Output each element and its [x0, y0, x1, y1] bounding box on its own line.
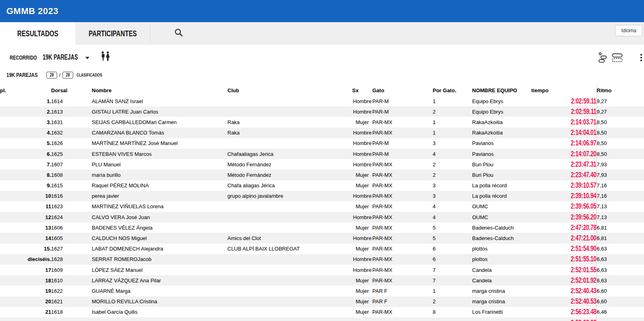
cell-porgato: 1 [433, 286, 472, 296]
result-row[interactable]: 141605CALDUCH NOS MiguelAmics del ClotHo… [0, 233, 644, 243]
cell-nombre: CALVO VERA José Juan [92, 212, 227, 222]
cell-porgato: 4 [433, 149, 472, 159]
result-row[interactable]: 2.1613GISTAU LATRE Juan CarlosHombrePAR-… [0, 106, 644, 117]
cell-pl: 8. [0, 170, 51, 180]
finished-count-badge: 28 [46, 72, 57, 79]
cell-porgato: 5 [433, 222, 472, 233]
results-table: pl.DorsalNombreClubSxGatoPor Gato.NOMBRE… [0, 85, 644, 321]
result-row[interactable]: 181610LARRAZ VÁZQUEZ Ana PilarMujerPAR-M… [0, 275, 644, 286]
cell-club [227, 265, 352, 275]
result-row[interactable]: 131606BADENES VÉLEZ ÁngelaMujerPAR-MX5Ba… [0, 222, 644, 233]
cell-ritmo: 6,60 [597, 286, 644, 296]
cell-sx: Hombre [352, 254, 372, 265]
result-row[interactable]: 201621MORILLO REVILLA CristinaMujerPAR F… [0, 296, 644, 307]
finish-time: 2:47:21.00 [571, 234, 597, 242]
result-row[interactable]: 9.1615Raquel PÉREZ MOLINAChafa aliagas J… [0, 180, 644, 191]
result-row[interactable]: 5.1626MARTÍNEZ MARTÍNEZ José ManuelHombr… [0, 138, 644, 149]
result-row[interactable]: 191622GUARNÉ MargaMujerPAR F1marga crist… [0, 286, 644, 296]
result-row[interactable]: 101616perea javiergrupo alpino javalambr… [0, 191, 644, 201]
cell-gato: PAR-MX [372, 201, 433, 212]
cell-club [227, 296, 352, 307]
cell-tiempo: 2:52:01.55 [531, 265, 597, 275]
language-button[interactable]: Idioma [615, 25, 642, 36]
cell-porgato: 6 [433, 254, 472, 265]
cell-dorsal: 1621 [51, 296, 92, 307]
cell-tiempo: 2:47:20.78 [531, 222, 597, 233]
cell-ritmo: 7,16 [597, 180, 644, 191]
cell-nombre: GUARNÉ Marga [92, 286, 227, 296]
result-row[interactable]: 111623MARTINEZ VIÑUELAS LorenaMujerPAR-M… [0, 201, 644, 212]
cell-ritmo: 8,50 [597, 149, 644, 159]
cell-dorsal: 1631 [51, 117, 92, 127]
col-header-sx: Sx [352, 85, 372, 96]
cell-pl: 12 [0, 212, 51, 222]
cell-nombre [92, 317, 227, 321]
cell-nombre: LÓPEZ SÁEZ Manuel [92, 265, 227, 275]
cell-ritmo: 9,27 [597, 96, 644, 106]
result-row[interactable]: 121624CALVO VERA José JuanHombrePAR-MX4O… [0, 212, 644, 222]
cell-club [227, 222, 352, 233]
cell-tiempo: 2:39:10.94 [531, 191, 597, 201]
clasificados-label: CLASIFICADOS [76, 72, 102, 77]
finish-time: 2:51:54.90 [571, 244, 597, 253]
cell-tiempo: 2:47:21.00 [531, 233, 597, 243]
cell-ritmo: 6,63 [597, 275, 644, 286]
cell-gato: PAR-MX [372, 212, 433, 222]
cell-nombre: Raquel PÉREZ MOLINA [92, 180, 227, 191]
more-menu-icon[interactable] [640, 53, 644, 64]
cell-porgato: 2 [433, 106, 472, 117]
cell-gato: PAR-MX [372, 170, 433, 180]
cell-club [227, 286, 352, 296]
cell-nombre: LARRAZ VÁZQUEZ Ana Pilar [92, 275, 227, 286]
cell-pl: 11 [0, 201, 51, 212]
result-row[interactable]: 8.1608maría burilloMétodo FernándezMujer… [0, 170, 644, 180]
cell-nombre: maría burillo [92, 170, 227, 180]
cell-sx: Mujer [352, 244, 372, 254]
col-header-pl: pl. [0, 85, 51, 96]
cell-dorsal: 1613 [51, 106, 92, 117]
app-title: GMMB 2023 [0, 6, 58, 17]
result-row[interactable]: 1.1614ALAMÁN SANZ IsraelHombrePAR-M1Equi… [0, 96, 644, 106]
cell-porgato: 4 [433, 212, 472, 222]
cell-ritmo: 8,50 [597, 117, 644, 127]
toolbar-right-icons [0, 51, 644, 63]
finish-time: 2:23:47.40 [571, 171, 597, 179]
cell-gato: PAR-MX [372, 222, 433, 233]
tab-resultados[interactable]: RESULTADOS [0, 22, 75, 44]
result-row[interactable]: dieciséis.1628SERRAT ROMEROJacobHombrePA… [0, 254, 644, 265]
cell-gato: PAR-MX [372, 191, 433, 201]
cell-pl: 5. [0, 138, 51, 149]
result-row[interactable]: 4.1632CAMARZANA BLANCO TomásRakaHombrePA… [0, 128, 644, 138]
cell-tiempo: 2:39:56.20 [531, 212, 597, 222]
app-header-bar: GMMB 2023 [0, 0, 644, 22]
result-row[interactable]: 6.1625ESTEBAN VIVES MarcosChafaaliagas J… [0, 149, 644, 159]
row-view-button[interactable] [612, 53, 623, 64]
cell-gato: PAR-MX [372, 159, 433, 170]
result-row[interactable]: 15.1627LABAT DOMENECH AlejandraCLUB ALPÍ… [0, 244, 644, 254]
cell-dorsal: 1618 [51, 307, 92, 317]
cell-equipo: Pavianos [472, 149, 531, 159]
result-row[interactable]: 211618Isabel García QuilisMujerPAR-MX8Lo… [0, 307, 644, 317]
finish-time: 2:39:56.20 [571, 213, 597, 222]
result-row[interactable]: 171609LÓPEZ SÁEZ ManuelHombrePAR-MX7Cand… [0, 265, 644, 275]
cell-dorsal: 1606 [51, 222, 92, 233]
cell-tiempo: 2:02:59.11 [531, 96, 597, 106]
cell-pl: 1. [0, 96, 51, 106]
result-row[interactable]: 3.1631SEIJAS CARBALLEDOMari CarmenRakaMu… [0, 117, 644, 127]
result-row[interactable]: 222:58:08.08 [0, 317, 644, 321]
cell-club [227, 254, 352, 265]
cell-gato: PAR-MX [372, 117, 433, 127]
result-row[interactable]: 7.1607PLU ManuelMétodo FernándezHombrePA… [0, 159, 644, 170]
col-header-gato: Gato [372, 85, 433, 96]
cell-dorsal: 1616 [51, 191, 92, 201]
cell-club: Chafa aliagas Jérica [227, 180, 352, 191]
tree-view-button[interactable] [598, 52, 608, 65]
tab-participantes[interactable]: PARTICIPANTES [75, 22, 151, 44]
finish-time: 2:14:04.01 [571, 128, 597, 137]
finish-time: 2:02:59.11 [571, 97, 597, 106]
cell-nombre: SERRAT ROMEROJacob [92, 254, 227, 265]
cell-pl: 18 [0, 275, 51, 286]
cell-sx: Mujer [352, 275, 372, 286]
cell-tiempo: 2:02:59.11 [531, 106, 597, 117]
search-tab[interactable] [151, 22, 207, 44]
